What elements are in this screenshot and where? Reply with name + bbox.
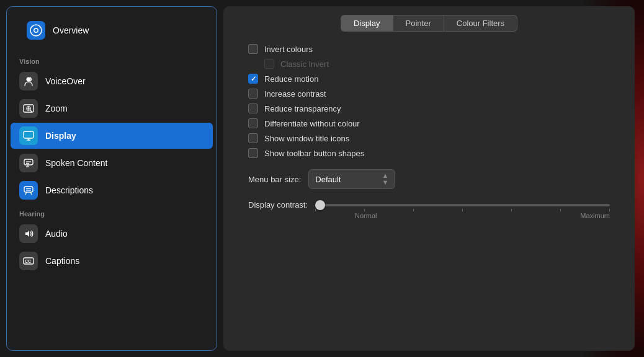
tick-1 (315, 209, 316, 211)
reduce-transparency-row: Reduce transparency (248, 104, 610, 113)
menu-bar-size-value: Default (315, 175, 377, 184)
select-arrows-icon: ▲ ▼ (382, 172, 388, 186)
zoom-icon (19, 99, 38, 118)
increase-contrast-label: Increase contrast (264, 89, 326, 99)
tab-colour-filters[interactable]: Colour Filters (444, 15, 517, 32)
sidebar-item-descriptions[interactable]: Descriptions (11, 177, 213, 203)
tick-7 (609, 209, 610, 211)
display-contrast-row: Display contrast: (248, 200, 610, 219)
tick-3 (413, 209, 414, 211)
svg-point-1 (35, 29, 38, 32)
increase-contrast-checkbox[interactable] (248, 89, 258, 99)
tick-6 (560, 209, 561, 211)
svg-rect-11 (24, 132, 33, 138)
sidebar: Overview Vision VoiceOver Zoom (6, 6, 217, 351)
main-content: Display Pointer Colour Filters Invert co… (217, 0, 644, 357)
tick-4 (462, 209, 463, 211)
sidebar-item-overview-label: Overview (53, 25, 89, 35)
invert-colours-checkbox[interactable] (248, 44, 258, 54)
spoken-content-icon (19, 154, 38, 172)
svg-rect-15 (24, 187, 33, 192)
show-toolbar-button-shapes-checkbox[interactable] (248, 148, 258, 158)
tab-bar: Display Pointer Colour Filters (223, 6, 635, 32)
menu-bar-size-select[interactable]: Default ▲ ▼ (308, 169, 395, 189)
audio-icon (19, 224, 38, 243)
content-panel: Display Pointer Colour Filters Invert co… (223, 6, 635, 351)
captions-icon: CC (19, 252, 38, 270)
hearing-section-header: Hearing (7, 204, 217, 220)
sidebar-item-display[interactable]: Display (11, 123, 213, 149)
increase-contrast-row: Increase contrast (248, 89, 610, 99)
sidebar-item-captions[interactable]: CC Captions (11, 248, 213, 274)
invert-colours-label: Invert colours (264, 45, 313, 54)
sidebar-item-spoken-content-label: Spoken Content (45, 158, 107, 168)
settings-area: Invert colours Classic Invert Reduce mot… (223, 32, 635, 351)
slider-min-label: Normal (355, 212, 377, 219)
menu-bar-size-label: Menu bar size: (248, 175, 301, 184)
sidebar-item-voiceover[interactable]: VoiceOver (11, 68, 213, 94)
slider-row-inner: Display contrast: (248, 200, 610, 209)
slider-max-label: Maximum (580, 212, 610, 219)
sidebar-item-captions-label: Captions (45, 256, 79, 266)
show-window-title-icons-label: Show window title icons (264, 134, 349, 143)
sidebar-item-voiceover-label: VoiceOver (45, 76, 86, 86)
sidebar-item-zoom[interactable]: Zoom (11, 95, 213, 121)
menu-bar-size-row: Menu bar size: Default ▲ ▼ (248, 169, 610, 189)
invert-colours-row: Invert colours (248, 44, 610, 54)
tick-2 (364, 209, 365, 211)
tab-pointer[interactable]: Pointer (393, 15, 444, 32)
reduce-motion-row: Reduce motion (248, 74, 610, 84)
display-contrast-slider[interactable] (315, 204, 610, 206)
overview-icon (27, 21, 45, 40)
classic-invert-checkbox[interactable] (264, 59, 274, 69)
svg-point-2 (27, 77, 31, 82)
descriptions-icon (19, 181, 38, 200)
sidebar-item-spoken-content[interactable]: Spoken Content (11, 150, 213, 176)
reduce-motion-label: Reduce motion (264, 74, 318, 84)
sidebar-item-overview[interactable]: Overview (18, 17, 205, 43)
vision-section-header: Vision (7, 51, 217, 68)
differentiate-without-colour-row: Differentiate without colour (248, 118, 610, 128)
sidebar-item-display-label: Display (45, 131, 76, 141)
differentiate-without-colour-label: Differentiate without colour (264, 119, 360, 128)
reduce-transparency-label: Reduce transparency (264, 104, 341, 113)
differentiate-without-colour-checkbox[interactable] (248, 118, 258, 128)
classic-invert-label: Classic Invert (280, 60, 329, 69)
show-toolbar-button-shapes-row: Show toolbar button shapes (248, 148, 610, 158)
svg-line-5 (30, 110, 32, 112)
show-window-title-icons-checkbox[interactable] (248, 133, 258, 143)
classic-invert-row: Classic Invert (248, 59, 610, 69)
voiceover-icon (19, 72, 38, 90)
show-window-title-icons-row: Show window title icons (248, 133, 610, 143)
reduce-motion-checkbox[interactable] (248, 74, 258, 84)
show-toolbar-button-shapes-label: Show toolbar button shapes (264, 149, 364, 158)
sidebar-item-descriptions-label: Descriptions (45, 185, 93, 195)
sidebar-item-audio-label: Audio (45, 229, 68, 239)
slider-labels: Normal Maximum (248, 212, 610, 219)
tab-display[interactable]: Display (341, 15, 393, 32)
svg-text:CC: CC (25, 259, 31, 263)
display-icon (19, 126, 38, 145)
display-contrast-label: Display contrast: (248, 200, 308, 209)
tick-5 (511, 209, 512, 211)
reduce-transparency-checkbox[interactable] (248, 104, 258, 113)
sidebar-item-zoom-label: Zoom (45, 104, 68, 113)
slider-ticks (315, 209, 610, 211)
sidebar-item-audio[interactable]: Audio (11, 221, 213, 247)
